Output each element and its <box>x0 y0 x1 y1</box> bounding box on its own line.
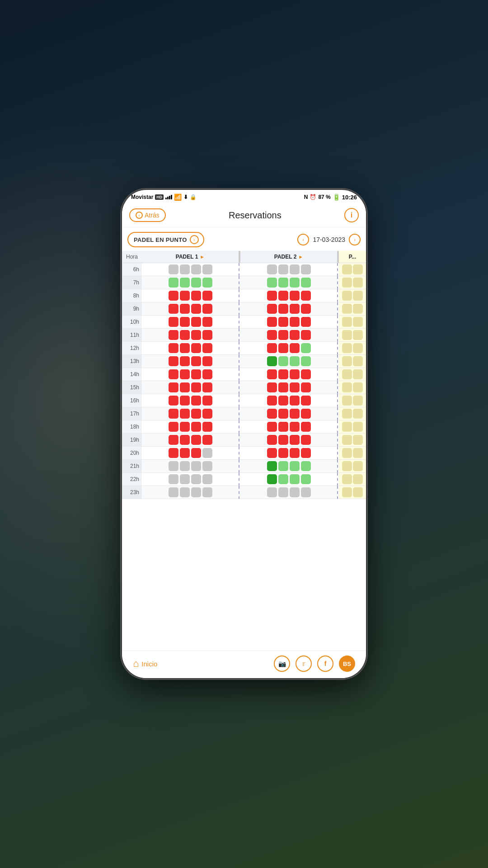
slot[interactable] <box>180 487 190 497</box>
slot[interactable] <box>191 264 201 274</box>
slot[interactable] <box>353 291 363 301</box>
slot[interactable] <box>342 448 352 458</box>
slot[interactable] <box>191 461 201 471</box>
slot[interactable] <box>353 448 363 458</box>
padel2-slots-row[interactable] <box>240 302 337 316</box>
slot[interactable] <box>180 317 190 327</box>
slot[interactable] <box>353 396 363 406</box>
slot[interactable] <box>202 330 212 340</box>
slot[interactable] <box>191 382 201 392</box>
slot[interactable] <box>278 343 288 353</box>
slot[interactable] <box>267 435 277 445</box>
slot[interactable] <box>169 461 178 471</box>
twitter-button[interactable]: 𝕣 <box>296 656 312 672</box>
slot[interactable] <box>290 448 300 458</box>
padel1-slots-row[interactable] <box>142 473 239 486</box>
slot[interactable] <box>342 343 352 353</box>
slot[interactable] <box>267 369 277 379</box>
padel3-slots-row[interactable] <box>339 316 366 329</box>
slot[interactable] <box>180 474 190 484</box>
padel2-slots-row[interactable] <box>240 473 337 486</box>
slot[interactable] <box>353 356 363 366</box>
padel3-slots-row[interactable] <box>339 381 366 394</box>
slot[interactable] <box>342 356 352 366</box>
slot[interactable] <box>180 264 190 274</box>
slot[interactable] <box>180 278 190 288</box>
slot[interactable] <box>278 291 288 301</box>
slot[interactable] <box>301 343 311 353</box>
padel3-slots-row[interactable] <box>339 420 366 434</box>
padel2-slots-row[interactable] <box>240 289 337 302</box>
padel3-slots-row[interactable] <box>339 486 366 499</box>
slot[interactable] <box>169 304 178 314</box>
slot[interactable] <box>202 291 212 301</box>
slot[interactable] <box>267 330 277 340</box>
slot[interactable] <box>342 409 352 419</box>
padel3-slots-row[interactable] <box>339 434 366 447</box>
slot[interactable] <box>180 435 190 445</box>
slot[interactable] <box>169 448 178 458</box>
padel3-slots-row[interactable] <box>339 407 366 420</box>
slot[interactable] <box>278 356 288 366</box>
slot[interactable] <box>191 343 201 353</box>
slot[interactable] <box>301 435 311 445</box>
padel1-slots-row[interactable] <box>142 355 239 368</box>
slot[interactable] <box>290 409 300 419</box>
slot[interactable] <box>202 317 212 327</box>
slot[interactable] <box>169 396 178 406</box>
slot[interactable] <box>278 474 288 484</box>
padel1-slots-row[interactable] <box>142 289 239 302</box>
slot[interactable] <box>353 304 363 314</box>
slot[interactable] <box>301 422 311 432</box>
slot[interactable] <box>290 317 300 327</box>
padel2-slots-row[interactable] <box>240 434 337 447</box>
slot[interactable] <box>191 396 201 406</box>
slot[interactable] <box>342 396 352 406</box>
slot[interactable] <box>342 382 352 392</box>
slot[interactable] <box>169 356 178 366</box>
slot[interactable] <box>301 369 311 379</box>
slot[interactable] <box>290 422 300 432</box>
padel3-slots-row[interactable] <box>339 473 366 486</box>
slot[interactable] <box>301 448 311 458</box>
slot[interactable] <box>290 291 300 301</box>
padel3-slots-row[interactable] <box>339 342 366 355</box>
padel3-slots-row[interactable] <box>339 368 366 381</box>
slot[interactable] <box>267 264 277 274</box>
slot[interactable] <box>278 382 288 392</box>
slot[interactable] <box>191 317 201 327</box>
slot[interactable] <box>301 474 311 484</box>
slot[interactable] <box>267 448 277 458</box>
slot[interactable] <box>342 278 352 288</box>
padel3-slots-row[interactable] <box>339 276 366 289</box>
padel1-slots-row[interactable] <box>142 342 239 355</box>
slot[interactable] <box>180 304 190 314</box>
slot[interactable] <box>267 409 277 419</box>
slot[interactable] <box>342 317 352 327</box>
slot[interactable] <box>180 422 190 432</box>
slot[interactable] <box>191 330 201 340</box>
padel2-slots-row[interactable] <box>240 355 337 368</box>
slot[interactable] <box>191 356 201 366</box>
padel2-slots-row[interactable] <box>240 329 337 342</box>
slot[interactable] <box>267 291 277 301</box>
slot[interactable] <box>290 396 300 406</box>
slot[interactable] <box>278 278 288 288</box>
slot[interactable] <box>180 330 190 340</box>
slot[interactable] <box>180 409 190 419</box>
slot[interactable] <box>353 474 363 484</box>
slot[interactable] <box>169 278 178 288</box>
padel1-slots-row[interactable] <box>142 486 239 499</box>
padel2-slots-row[interactable] <box>240 394 337 407</box>
slot[interactable] <box>353 278 363 288</box>
slot[interactable] <box>169 343 178 353</box>
slot[interactable] <box>202 264 212 274</box>
padel2-slots-row[interactable] <box>240 460 337 473</box>
slot[interactable] <box>353 317 363 327</box>
padel1-slots-row[interactable] <box>142 316 239 329</box>
padel1-slots-row[interactable] <box>142 420 239 434</box>
slot[interactable] <box>290 330 300 340</box>
padel1-slots-row[interactable] <box>142 381 239 394</box>
slot[interactable] <box>180 343 190 353</box>
date-prev-button[interactable]: ‹ <box>297 234 309 245</box>
